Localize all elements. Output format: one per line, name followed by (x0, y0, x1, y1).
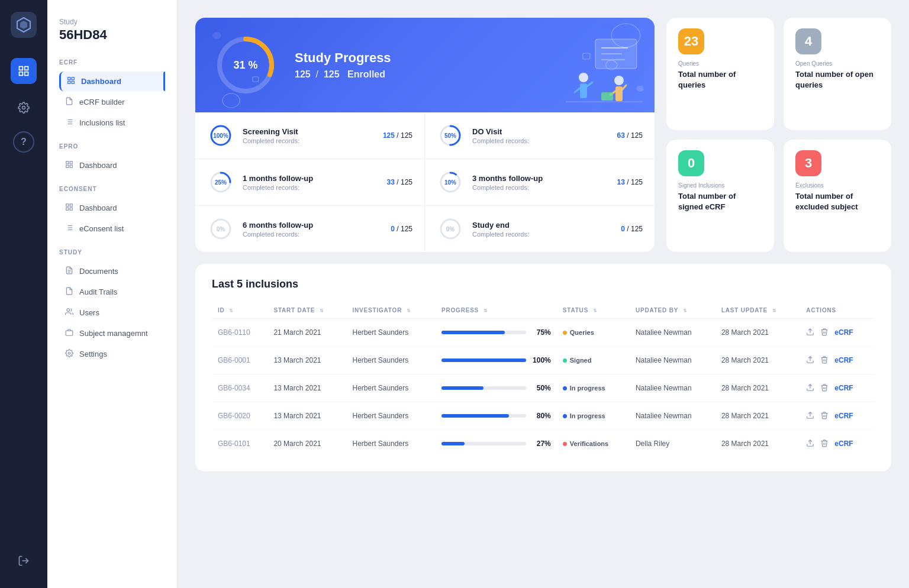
cell-start-date: 13 March 2021 (267, 374, 346, 402)
upload-icon[interactable] (806, 411, 814, 421)
nav-audit-trails[interactable]: Audit Trails (59, 282, 165, 302)
sort-inv-icon: ⇅ (407, 308, 411, 314)
cell-status: In progress (557, 402, 630, 430)
nav-settings[interactable]: Settings (59, 344, 165, 364)
svg-rect-59 (601, 92, 613, 101)
status-dot (563, 358, 567, 363)
upload-icon[interactable] (806, 439, 814, 449)
stat-badge-exclusions: 3 (795, 150, 821, 176)
settings-nav-icon[interactable] (11, 95, 37, 121)
stat-card-exclusions: 3 Exclusions Total number of excluded su… (784, 140, 891, 252)
progress-bar-bg (441, 414, 526, 418)
stat-cards-grid: 23 Queries Total number of queries 4 Ope… (666, 18, 891, 252)
upload-icon[interactable] (806, 328, 814, 338)
ecrf-link[interactable]: eCRF (834, 384, 853, 392)
epro-nav-icon[interactable] (11, 58, 37, 84)
nav-users[interactable]: Users (59, 303, 165, 322)
progress-pct-value: 80% (532, 412, 551, 420)
svg-point-34 (67, 309, 70, 312)
nav-label: Dashboard (81, 77, 121, 86)
col-id[interactable]: ID ⇅ (212, 302, 267, 319)
col-investigator[interactable]: INVESTIGATOR ⇅ (346, 302, 436, 319)
study-progress-card: 31 % Study Progress 125 / 125 Enrolled (195, 18, 655, 252)
nav-inclusions-list[interactable]: Inclusions list (59, 113, 165, 133)
ecrf-link[interactable]: eCRF (834, 412, 853, 420)
cell-updated-by: Nataliee Newman (630, 374, 715, 402)
progress-bar-fill (441, 358, 526, 362)
cell-last-update: 28 March 2021 (715, 347, 800, 374)
nav-econsent-list[interactable]: eConsent list (59, 219, 165, 238)
col-updated-by[interactable]: UPDATED BY ⇅ (630, 302, 715, 319)
nav-ecrf-builder[interactable]: eCRF builder (59, 92, 165, 112)
ecrf-link[interactable]: eCRF (834, 356, 853, 364)
cell-progress: 80% (436, 402, 557, 430)
table-body: GB6-0110 21 March 2021 Herbert Saunders … (212, 319, 875, 458)
svg-rect-24 (66, 208, 69, 210)
cell-actions: eCRF (800, 402, 875, 430)
progress-bar-bg (441, 442, 526, 445)
delete-icon[interactable] (820, 439, 829, 449)
left-nav: Study 56HD84 eCRF Dashboard eCRF builder… (47, 0, 178, 588)
svg-marker-1 (20, 21, 27, 29)
cell-id: GB6-0101 (212, 430, 267, 458)
cell-actions: eCRF (800, 347, 875, 374)
stat-card-signed-inclusions: 0 Signed Inclusions Total number of sign… (666, 140, 774, 252)
upload-icon[interactable] (806, 383, 814, 393)
progress-enrolled: 125 / 125 Enrolled (295, 69, 391, 80)
inclusions-title: Last 5 inclusions (212, 278, 875, 290)
study-label: Study (59, 18, 165, 26)
sort-status-icon: ⇅ (593, 308, 598, 314)
col-status[interactable]: STATUS ⇅ (557, 302, 630, 319)
col-last-update[interactable]: LAST UPDATE ⇅ (715, 302, 800, 319)
cell-investigator: Herbert Saunders (346, 319, 436, 347)
progress-title: Study Progress (295, 50, 391, 66)
svg-line-57 (587, 82, 592, 86)
table-row: GB6-0110 21 March 2021 Herbert Saunders … (212, 319, 875, 347)
study-id: 56HD84 (59, 27, 165, 43)
ecrf-link[interactable]: eCRF (834, 328, 853, 337)
delete-icon[interactable] (820, 383, 829, 393)
status-badge: Queries (563, 327, 594, 338)
stat-category-signed-inclusions: Signed Inclusions (678, 182, 762, 189)
svg-line-56 (575, 88, 580, 92)
delete-icon[interactable] (820, 328, 829, 338)
audit-icon (65, 287, 73, 297)
visit-item-6month: 0% 6 months follow-up Completed records:… (195, 206, 425, 252)
upload-icon[interactable] (806, 356, 814, 366)
status-badge: In progress (563, 411, 605, 421)
status-dot (563, 386, 567, 390)
icon-sidebar: ? (0, 0, 47, 588)
nav-econsent-dashboard[interactable]: Dashboard (59, 198, 165, 218)
action-icons: eCRF (806, 411, 869, 421)
col-progress[interactable]: PROGRESS ⇅ (436, 302, 557, 319)
cell-progress: 75% (436, 319, 557, 347)
progress-bar-fill (441, 442, 465, 445)
nav-subject-management[interactable]: Subject managemnt (59, 324, 165, 343)
stat-title-exclusions: Total number of excluded subject (795, 191, 879, 212)
help-nav-icon[interactable]: ? (13, 131, 34, 153)
delete-icon[interactable] (820, 411, 829, 421)
cell-start-date: 21 March 2021 (267, 319, 346, 347)
table-row: GB6-0001 13 March 2021 Herbert Saunders … (212, 347, 875, 374)
progress-circle: 31 % (213, 33, 278, 98)
table-row: GB6-0020 13 March 2021 Herbert Saunders … (212, 402, 875, 430)
ecrf-link[interactable]: eCRF (834, 440, 853, 448)
status-dot (563, 331, 567, 335)
cell-updated-by: Della Riley (630, 430, 715, 458)
svg-rect-18 (66, 161, 69, 164)
nav-label: Audit Trails (79, 287, 117, 296)
stat-title-queries: Total number of queries (678, 69, 762, 91)
nav-epro-dashboard[interactable]: Dashboard (59, 156, 165, 175)
svg-rect-11 (72, 81, 74, 83)
visit-item-do-visit: 50% DO Visit Completed records: 63 / 125 (425, 112, 655, 159)
nav-ecrf-dashboard[interactable]: Dashboard (59, 72, 165, 91)
cell-last-update: 28 March 2021 (715, 319, 800, 347)
delete-icon[interactable] (820, 356, 829, 366)
col-start-date[interactable]: START DATE ⇅ (267, 302, 346, 319)
logout-nav-icon[interactable] (11, 548, 37, 574)
section-epro: ePRO (59, 143, 165, 150)
cell-start-date: 20 March 2021 (267, 430, 346, 458)
cell-last-update: 28 March 2021 (715, 374, 800, 402)
nav-documents[interactable]: Documents (59, 261, 165, 281)
svg-rect-20 (66, 165, 69, 167)
